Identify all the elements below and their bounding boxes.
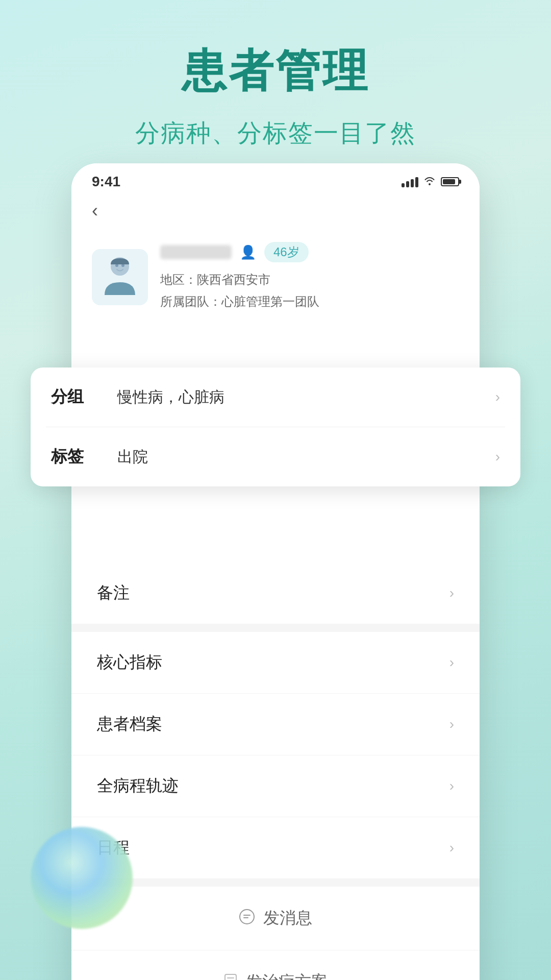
patient-avatar [92, 249, 148, 305]
menu-section-notes: 备注 › [71, 562, 480, 624]
age-badge: 46岁 [264, 242, 309, 262]
menu-item-indicators[interactable]: 核心指标 › [71, 632, 480, 694]
float-tag-label: 标签 [51, 446, 102, 468]
menu-label-indicators: 核心指标 [97, 651, 162, 674]
action-message-label: 发消息 [263, 907, 312, 929]
back-arrow-icon: ‹ [92, 200, 98, 221]
menu-label-trajectory: 全病程轨迹 [97, 775, 179, 797]
patient-info: 👤 46岁 地区：陕西省西安市 所属团队：心脏管理第一团队 [160, 242, 459, 312]
status-bar: 9:41 [71, 163, 480, 195]
action-treatment-label: 发治疗方案 [246, 971, 328, 980]
float-group-label: 分组 [51, 386, 102, 408]
menu-section-main: 核心指标 › 患者档案 › 全病程轨迹 › 日程 › [71, 632, 480, 878]
status-time: 9:41 [92, 174, 120, 190]
menu-item-trajectory[interactable]: 全病程轨迹 › [71, 755, 480, 817]
patient-name-blur [160, 245, 232, 259]
menu-label-notes: 备注 [97, 582, 130, 604]
float-tag-arrow: › [495, 449, 500, 465]
battery-icon [441, 177, 459, 186]
patient-team: 所属团队：心脏管理第一团队 [160, 290, 459, 312]
arrow-trajectory: › [449, 778, 454, 794]
signal-icon [402, 176, 418, 187]
arrow-records: › [449, 716, 454, 732]
menu-item-notes[interactable]: 备注 › [71, 562, 480, 624]
message-icon [239, 909, 255, 928]
page-title: 患者管理 [0, 0, 551, 102]
float-card: 分组 慢性病，心脏病 › 标签 出院 › [31, 368, 520, 486]
float-group-value: 慢性病，心脏病 [102, 387, 495, 408]
menu-item-records[interactable]: 患者档案 › [71, 694, 480, 755]
wifi-icon [423, 175, 436, 188]
main-content: 备注 › 核心指标 › 患者档案 › 全病程轨迹 › 日程 › [71, 562, 480, 980]
float-group-arrow: › [495, 389, 500, 405]
patient-header: 👤 46岁 地区：陕西省西安市 所属团队：心脏管理第一团队 [71, 232, 480, 328]
arrow-indicators: › [449, 654, 454, 671]
arrow-notes: › [449, 585, 454, 601]
phone-mockup: 9:41 ‹ [71, 163, 480, 980]
action-message[interactable]: 发消息 [71, 887, 480, 950]
back-button[interactable]: ‹ [71, 195, 480, 232]
float-tag-value: 出院 [102, 447, 495, 468]
arrow-schedule: › [449, 840, 454, 856]
decorative-orb [31, 827, 133, 929]
treatment-icon [223, 973, 238, 980]
action-treatment[interactable]: 发治疗方案 [71, 950, 480, 980]
float-row-group[interactable]: 分组 慢性病，心脏病 › [46, 368, 505, 427]
gender-icon: 👤 [240, 244, 256, 260]
patient-name-row: 👤 46岁 [160, 242, 459, 262]
patient-region: 地区：陕西省西安市 [160, 268, 459, 290]
status-icons [402, 175, 459, 188]
float-row-tag[interactable]: 标签 出院 › [46, 427, 505, 486]
menu-label-records: 患者档案 [97, 713, 162, 736]
svg-point-3 [240, 910, 254, 924]
action-section: 发消息 发治疗方案 [71, 887, 480, 980]
svg-rect-4 [225, 974, 236, 980]
page-subtitle: 分病种、分标签一目了然 [0, 117, 551, 150]
menu-item-schedule[interactable]: 日程 › [71, 817, 480, 878]
